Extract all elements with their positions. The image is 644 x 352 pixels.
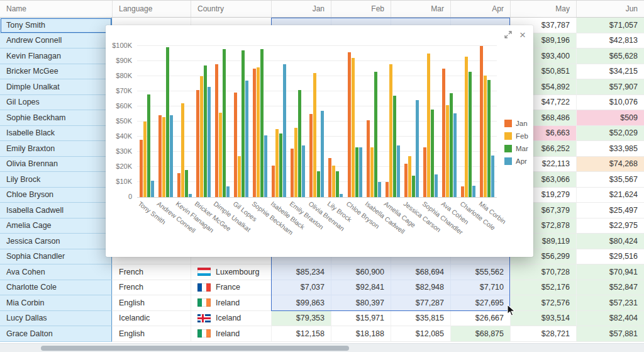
value-cell[interactable]: $65,628: [576, 48, 644, 64]
name-cell[interactable]: Isabella Cadwell: [0, 203, 112, 219]
value-cell[interactable]: $99,863: [271, 295, 331, 311]
column-header-country[interactable]: Country: [191, 1, 271, 17]
value-cell[interactable]: $42,813: [576, 33, 644, 49]
value-cell[interactable]: $22,975: [576, 219, 644, 234]
name-cell[interactable]: Bricker McGee: [0, 64, 112, 80]
y-axis-label: $80K: [116, 72, 137, 79]
selection-fill-handle[interactable]: [508, 309, 512, 313]
column-header-apr[interactable]: Apr: [450, 1, 510, 17]
value-cell[interactable]: $85,234: [271, 264, 331, 280]
value-cell[interactable]: $7,710: [450, 280, 510, 296]
name-cell[interactable]: Mia Corbin: [0, 295, 112, 311]
table-row: Grace DaltonEnglishIreland$12,158$18,188…: [0, 326, 644, 342]
value-cell[interactable]: $57,881: [576, 326, 644, 342]
name-cell[interactable]: Tony Smith: [0, 18, 112, 33]
language-cell[interactable]: English: [112, 326, 191, 342]
legend-item-feb[interactable]: Feb: [504, 132, 528, 140]
name-cell[interactable]: Sophia Chandler: [0, 249, 112, 265]
column-header-feb[interactable]: Feb: [331, 1, 391, 17]
country-cell[interactable]: Luxembourg: [191, 264, 271, 280]
name-cell[interactable]: Lily Brock: [0, 172, 112, 188]
value-cell[interactable]: $55,562: [450, 264, 510, 280]
value-cell[interactable]: $70,728: [510, 264, 576, 280]
value-cell[interactable]: $80,424: [576, 234, 644, 249]
bar-feb: [389, 64, 392, 197]
language-cell[interactable]: French: [112, 280, 191, 296]
column-header-name[interactable]: Name: [0, 1, 112, 17]
country-cell[interactable]: France: [191, 280, 271, 296]
name-cell[interactable]: Chloe Bryson: [0, 188, 112, 203]
value-cell[interactable]: $80,397: [331, 295, 391, 311]
value-cell[interactable]: $82,404: [576, 311, 644, 327]
value-cell[interactable]: $15,971: [331, 311, 391, 327]
name-cell[interactable]: Charlotte Cole: [0, 280, 112, 296]
name-cell[interactable]: Emily Braxton: [0, 141, 112, 157]
value-cell[interactable]: $509: [576, 110, 644, 126]
value-cell[interactable]: $12,085: [391, 326, 450, 342]
column-header-language[interactable]: Language: [112, 1, 191, 17]
value-cell[interactable]: $72,576: [510, 295, 576, 311]
value-cell[interactable]: $52,847: [576, 280, 644, 296]
value-cell[interactable]: $68,694: [391, 264, 450, 280]
value-cell[interactable]: $77,287: [391, 295, 450, 311]
value-cell[interactable]: $28,721: [510, 326, 576, 342]
close-icon[interactable]: ×: [519, 30, 526, 40]
name-cell[interactable]: Gil Lopes: [0, 95, 112, 111]
value-cell[interactable]: $60,900: [331, 264, 391, 280]
name-cell[interactable]: Andrew Connell: [0, 33, 112, 49]
name-cell[interactable]: Dimple Unalkat: [0, 79, 112, 95]
value-cell[interactable]: $10,076: [576, 95, 644, 111]
bar-mar: [336, 171, 339, 197]
country-cell[interactable]: Ireland: [191, 295, 271, 311]
name-cell[interactable]: Ava Cohen: [0, 264, 112, 280]
column-header-may[interactable]: May: [510, 1, 576, 17]
name-cell[interactable]: Isabelle Black: [0, 126, 112, 142]
expand-icon[interactable]: [504, 30, 512, 40]
value-cell[interactable]: $52,176: [510, 280, 576, 296]
value-cell[interactable]: $34,215: [576, 64, 644, 80]
value-cell[interactable]: $57,907: [576, 79, 644, 95]
value-cell[interactable]: $52,029: [576, 126, 644, 142]
column-header-mar[interactable]: Mar: [391, 1, 450, 17]
country-cell[interactable]: Ireland: [191, 326, 271, 342]
value-cell[interactable]: $12,158: [271, 326, 331, 342]
name-cell[interactable]: Amelia Cage: [0, 219, 112, 234]
value-cell[interactable]: $35,567: [576, 172, 644, 188]
value-cell[interactable]: $25,497: [576, 203, 644, 219]
value-cell[interactable]: $7,037: [271, 280, 331, 296]
bar-feb: [219, 113, 222, 197]
value-cell[interactable]: $82,948: [391, 280, 450, 296]
value-cell[interactable]: $57,231: [576, 295, 644, 311]
legend-item-mar[interactable]: Mar: [504, 145, 528, 152]
value-cell[interactable]: $71,057: [576, 18, 644, 33]
value-cell[interactable]: $21,624: [576, 188, 644, 203]
value-cell[interactable]: $29,516: [576, 249, 644, 265]
value-cell[interactable]: $26,667: [450, 311, 510, 327]
scrollbar-thumb[interactable]: [41, 346, 349, 351]
value-cell[interactable]: $79,353: [271, 311, 331, 327]
column-header-jun[interactable]: Jun: [576, 1, 644, 17]
name-cell[interactable]: Jessica Carson: [0, 234, 112, 249]
name-cell[interactable]: Kevin Flanagan: [0, 48, 112, 64]
name-cell[interactable]: Sophie Beckham: [0, 110, 112, 126]
value-cell[interactable]: $68,875: [450, 326, 510, 342]
name-cell[interactable]: Olivia Brennan: [0, 157, 112, 173]
legend-item-jan[interactable]: Jan: [504, 120, 528, 127]
value-cell[interactable]: $74,268: [576, 157, 644, 173]
value-cell[interactable]: $33,985: [576, 141, 644, 157]
value-cell[interactable]: $27,695: [450, 295, 510, 311]
language-cell[interactable]: English: [112, 295, 191, 311]
legend-item-apr[interactable]: Apr: [504, 157, 528, 165]
value-cell[interactable]: $18,188: [331, 326, 391, 342]
column-header-jan[interactable]: Jan: [271, 1, 331, 17]
value-cell[interactable]: $70,941: [576, 264, 644, 280]
value-cell[interactable]: $35,815: [391, 311, 450, 327]
language-cell[interactable]: French: [112, 264, 191, 280]
country-cell[interactable]: Iceland: [191, 311, 271, 327]
value-cell[interactable]: $93,514: [510, 311, 576, 327]
language-cell[interactable]: Icelandic: [112, 311, 191, 327]
bar-jan: [309, 114, 313, 197]
name-cell[interactable]: Grace Dalton: [0, 326, 112, 342]
name-cell[interactable]: Lucy Dallas: [0, 311, 112, 327]
value-cell[interactable]: $92,841: [331, 280, 391, 296]
